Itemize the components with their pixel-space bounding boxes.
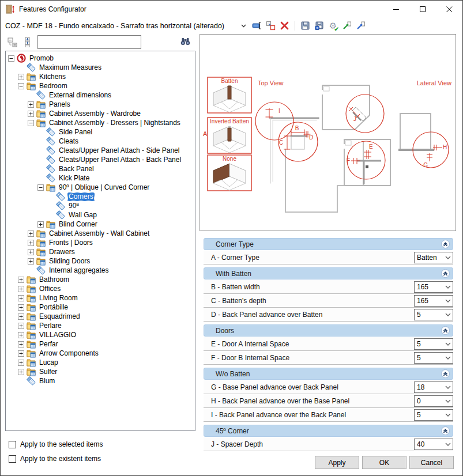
expand-node-icon[interactable] [18,369,24,375]
section-header[interactable]: Corner Type [204,238,453,250]
tree-item[interactable]: Blum [6,376,195,386]
expand-node-icon[interactable] [18,323,24,329]
tree-item[interactable]: Wall Gap [6,210,195,220]
expand-node-icon[interactable] [28,101,34,108]
rename-icon[interactable] [252,21,262,31]
collapse-node-icon[interactable] [18,83,24,89]
ok-button[interactable]: OK [362,456,406,469]
field-combobox[interactable]: 5 [414,409,453,421]
tree-item[interactable]: Drawers [6,247,195,256]
search-input[interactable] [37,35,141,49]
apply-existent-checkbox[interactable] [9,455,16,463]
tree-item[interactable]: Lucap [6,358,195,367]
expand-node-icon[interactable] [28,231,34,237]
field-combobox[interactable]: Batten [414,252,453,263]
field-combobox[interactable]: 0 [414,395,453,407]
tree-item[interactable]: Offices [6,284,195,293]
collapse-section-icon[interactable] [441,326,450,335]
section-header[interactable]: With Batten [204,267,453,279]
tree-item[interactable]: Kick Plate [6,173,195,183]
section-header[interactable]: 45º Corner [204,425,453,437]
expand-node-icon[interactable] [18,277,24,283]
export-icon[interactable] [342,21,352,31]
expand-node-icon[interactable] [28,111,34,117]
tree-item[interactable]: Fronts | Doors [6,238,195,247]
collapse-all-icon[interactable] [7,37,18,47]
apply-button[interactable]: Apply [315,456,359,469]
expand-node-icon[interactable] [18,295,24,301]
expand-node-icon[interactable] [37,221,44,228]
preset-combobox[interactable]: COZ - MDF 18 - Fundo encaixado - Sarrafo… [5,22,246,30]
expand-node-icon[interactable] [28,240,34,246]
tree-item[interactable]: Arrow Components [6,349,195,358]
tree-item[interactable]: Cabinet Assembly - Dressers | Nightstand… [6,118,195,127]
expand-all-icon[interactable] [22,37,33,47]
field-combobox[interactable]: 5 [414,309,453,320]
tree-item[interactable]: Cabinet Assembly - Wall Cabinet [6,229,195,238]
collapse-node-icon[interactable] [28,120,34,126]
tree-item[interactable]: Living Room [6,293,195,303]
save-icon[interactable] [300,21,310,31]
tree-item[interactable]: Cleats/Upper Panel Attach - Back Panel [6,155,195,164]
cancel-button[interactable]: Cancel [409,456,454,469]
expand-node-icon[interactable] [18,74,24,80]
collapse-section-icon[interactable] [441,426,450,435]
tree-item[interactable]: Panels [6,100,195,109]
tree-item[interactable]: Internal aggregates [6,266,195,275]
tree-item[interactable]: External dimensions [6,90,195,100]
tree-item[interactable]: 90ª [6,201,195,210]
copy-style-icon[interactable] [266,21,276,31]
section-header[interactable]: Doors [204,324,453,337]
tree-item[interactable]: Blind Corner [6,220,195,229]
import-icon[interactable] [356,21,366,31]
tree-item[interactable]: Corners [6,192,195,201]
tree-item[interactable]: VILLAGGIO [6,330,195,339]
tree-item[interactable]: Cleats [6,137,195,146]
field-combobox[interactable]: 5 [414,352,453,364]
search-binoculars-icon[interactable] [180,36,191,48]
tree-item[interactable]: Perlare [6,321,195,330]
save-as-icon[interactable] [314,21,324,31]
expand-node-icon[interactable] [18,360,24,366]
field-combobox[interactable]: 5 [414,338,453,350]
expand-node-icon[interactable] [28,258,34,265]
maximize-button[interactable] [409,1,436,18]
tree-item[interactable]: Perfar [6,339,195,349]
expand-node-icon[interactable] [18,332,24,338]
collapse-section-icon[interactable] [441,269,450,278]
field-combobox[interactable]: 165 [414,295,453,307]
tree-item[interactable]: Bathroom [6,275,195,284]
tree-item[interactable]: Back Panel [6,164,195,173]
delete-icon[interactable] [280,21,289,31]
section-header[interactable]: W/o Batten [204,368,453,380]
collapse-node-icon[interactable] [8,55,14,62]
tree-item[interactable]: Side Panel [6,127,195,137]
tree-item[interactable]: Cabinet Assembly - Wardrobe [6,109,195,118]
expand-node-icon[interactable] [18,341,24,347]
tree-item[interactable]: Sulfer [6,367,195,376]
field-combobox[interactable]: 18 [414,381,453,393]
collapse-section-icon[interactable] [441,369,450,378]
expand-node-icon[interactable] [18,304,24,311]
tree-item[interactable]: Kitchens [6,72,195,81]
collapse-section-icon[interactable] [441,240,450,248]
expand-node-icon[interactable] [28,249,34,255]
apply-selected-checkbox[interactable] [9,441,16,448]
tree-item[interactable]: 90º | Oblique | Curved Corner [6,183,195,192]
tree-item[interactable]: Cleats/Upper Panel Attach - Side Panel [6,146,195,155]
tree-item[interactable]: Maximum Measures [6,63,195,72]
collapse-node-icon[interactable] [37,184,44,191]
tree-item[interactable]: Esquadrimed [6,312,195,321]
expand-node-icon[interactable] [18,286,24,292]
expand-node-icon[interactable] [18,350,24,357]
minimize-button[interactable] [383,1,409,18]
field-combobox[interactable]: 40 [414,439,453,450]
tree-item[interactable]: Promob [6,54,195,63]
tree-item[interactable]: Sliding Doors [6,256,195,266]
tree-item[interactable]: Bedroom [6,81,195,90]
tree-item[interactable]: Portábille [6,303,195,312]
field-combobox[interactable]: 165 [414,281,453,293]
close-button[interactable] [436,1,462,18]
apply-settings-icon[interactable] [328,21,338,31]
expand-node-icon[interactable] [18,313,24,320]
